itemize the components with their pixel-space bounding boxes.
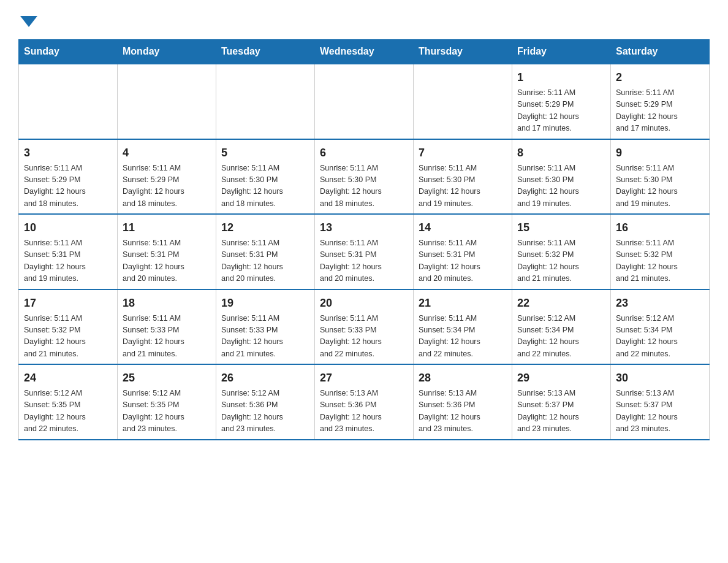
logo [18, 12, 37, 27]
calendar-cell: 10Sunrise: 5:11 AM Sunset: 5:31 PM Dayli… [19, 214, 118, 289]
weekday-header-tuesday: Tuesday [216, 40, 315, 64]
day-info: Sunrise: 5:11 AM Sunset: 5:29 PM Dayligh… [517, 87, 605, 135]
calendar-cell: 14Sunrise: 5:11 AM Sunset: 5:31 PM Dayli… [414, 214, 512, 289]
calendar-cell: 8Sunrise: 5:11 AM Sunset: 5:30 PM Daylig… [512, 139, 611, 215]
calendar-cell: 26Sunrise: 5:12 AM Sunset: 5:36 PM Dayli… [216, 364, 315, 440]
calendar-cell: 21Sunrise: 5:11 AM Sunset: 5:34 PM Dayli… [414, 289, 512, 365]
day-number: 13 [320, 220, 408, 236]
day-number: 10 [24, 220, 112, 236]
calendar-cell: 24Sunrise: 5:12 AM Sunset: 5:35 PM Dayli… [19, 364, 118, 440]
day-info: Sunrise: 5:12 AM Sunset: 5:35 PM Dayligh… [123, 388, 211, 435]
day-info: Sunrise: 5:11 AM Sunset: 5:33 PM Dayligh… [123, 313, 211, 361]
weekday-header-sunday: Sunday [19, 40, 118, 64]
day-number: 20 [320, 295, 408, 312]
day-number: 5 [221, 145, 309, 161]
weekday-header-thursday: Thursday [414, 40, 512, 64]
calendar-cell: 13Sunrise: 5:11 AM Sunset: 5:31 PM Dayli… [315, 214, 414, 289]
day-info: Sunrise: 5:11 AM Sunset: 5:33 PM Dayligh… [320, 313, 408, 361]
day-number: 18 [123, 295, 211, 312]
day-info: Sunrise: 5:11 AM Sunset: 5:30 PM Dayligh… [419, 163, 507, 210]
calendar-week-row: 1Sunrise: 5:11 AM Sunset: 5:29 PM Daylig… [19, 64, 710, 139]
calendar-week-row: 10Sunrise: 5:11 AM Sunset: 5:31 PM Dayli… [19, 214, 710, 289]
day-number: 9 [616, 145, 704, 161]
calendar-cell: 19Sunrise: 5:11 AM Sunset: 5:33 PM Dayli… [216, 289, 315, 365]
day-info: Sunrise: 5:12 AM Sunset: 5:34 PM Dayligh… [616, 313, 704, 361]
day-number: 24 [24, 370, 112, 386]
calendar-cell: 11Sunrise: 5:11 AM Sunset: 5:31 PM Dayli… [118, 214, 216, 289]
day-info: Sunrise: 5:11 AM Sunset: 5:31 PM Dayligh… [24, 237, 112, 285]
day-number: 29 [517, 370, 605, 386]
calendar-cell: 15Sunrise: 5:11 AM Sunset: 5:32 PM Dayli… [512, 214, 611, 289]
day-info: Sunrise: 5:11 AM Sunset: 5:33 PM Dayligh… [221, 313, 309, 361]
day-number: 26 [221, 370, 309, 386]
calendar-cell: 29Sunrise: 5:13 AM Sunset: 5:37 PM Dayli… [512, 364, 611, 440]
day-number: 2 [616, 69, 704, 86]
day-info: Sunrise: 5:11 AM Sunset: 5:30 PM Dayligh… [320, 163, 408, 210]
calendar-cell: 6Sunrise: 5:11 AM Sunset: 5:30 PM Daylig… [315, 139, 414, 215]
day-info: Sunrise: 5:11 AM Sunset: 5:31 PM Dayligh… [123, 237, 211, 285]
calendar-cell: 22Sunrise: 5:12 AM Sunset: 5:34 PM Dayli… [512, 289, 611, 365]
calendar-cell: 7Sunrise: 5:11 AM Sunset: 5:30 PM Daylig… [414, 139, 512, 215]
calendar-cell: 27Sunrise: 5:13 AM Sunset: 5:36 PM Dayli… [315, 364, 414, 440]
day-number: 21 [419, 295, 507, 312]
day-info: Sunrise: 5:12 AM Sunset: 5:35 PM Dayligh… [24, 388, 112, 435]
day-number: 17 [24, 295, 112, 312]
day-info: Sunrise: 5:11 AM Sunset: 5:29 PM Dayligh… [616, 87, 704, 135]
day-number: 6 [320, 145, 408, 161]
calendar-cell [315, 64, 414, 139]
calendar-week-row: 24Sunrise: 5:12 AM Sunset: 5:35 PM Dayli… [19, 364, 710, 440]
day-info: Sunrise: 5:11 AM Sunset: 5:31 PM Dayligh… [221, 237, 309, 285]
day-info: Sunrise: 5:11 AM Sunset: 5:30 PM Dayligh… [517, 163, 605, 210]
day-info: Sunrise: 5:11 AM Sunset: 5:30 PM Dayligh… [221, 163, 309, 210]
day-number: 12 [221, 220, 309, 236]
calendar-cell: 1Sunrise: 5:11 AM Sunset: 5:29 PM Daylig… [512, 64, 611, 139]
day-info: Sunrise: 5:13 AM Sunset: 5:37 PM Dayligh… [517, 388, 605, 435]
weekday-header-friday: Friday [512, 40, 611, 64]
day-number: 15 [517, 220, 605, 236]
calendar-cell: 23Sunrise: 5:12 AM Sunset: 5:34 PM Dayli… [611, 289, 710, 365]
day-info: Sunrise: 5:11 AM Sunset: 5:29 PM Dayligh… [24, 163, 112, 210]
day-number: 28 [419, 370, 507, 386]
day-number: 11 [123, 220, 211, 236]
day-number: 25 [123, 370, 211, 386]
day-number: 3 [24, 145, 112, 161]
calendar-cell: 25Sunrise: 5:12 AM Sunset: 5:35 PM Dayli… [118, 364, 216, 440]
day-number: 23 [616, 295, 704, 312]
calendar-cell: 17Sunrise: 5:11 AM Sunset: 5:32 PM Dayli… [19, 289, 118, 365]
day-info: Sunrise: 5:13 AM Sunset: 5:36 PM Dayligh… [320, 388, 408, 435]
day-number: 30 [616, 370, 704, 386]
weekday-header-wednesday: Wednesday [315, 40, 414, 64]
day-number: 27 [320, 370, 408, 386]
calendar-cell: 9Sunrise: 5:11 AM Sunset: 5:30 PM Daylig… [611, 139, 710, 215]
calendar-cell: 16Sunrise: 5:11 AM Sunset: 5:32 PM Dayli… [611, 214, 710, 289]
calendar-cell: 30Sunrise: 5:13 AM Sunset: 5:37 PM Dayli… [611, 364, 710, 440]
day-info: Sunrise: 5:12 AM Sunset: 5:36 PM Dayligh… [221, 388, 309, 435]
calendar-cell: 28Sunrise: 5:13 AM Sunset: 5:36 PM Dayli… [414, 364, 512, 440]
calendar-cell: 12Sunrise: 5:11 AM Sunset: 5:31 PM Dayli… [216, 214, 315, 289]
weekday-header-row: SundayMondayTuesdayWednesdayThursdayFrid… [19, 40, 710, 64]
day-info: Sunrise: 5:11 AM Sunset: 5:32 PM Dayligh… [517, 237, 605, 285]
day-number: 22 [517, 295, 605, 312]
day-info: Sunrise: 5:12 AM Sunset: 5:34 PM Dayligh… [517, 313, 605, 361]
day-info: Sunrise: 5:11 AM Sunset: 5:31 PM Dayligh… [419, 237, 507, 285]
calendar-cell: 3Sunrise: 5:11 AM Sunset: 5:29 PM Daylig… [19, 139, 118, 215]
page-header [18, 12, 710, 27]
weekday-header-saturday: Saturday [611, 40, 710, 64]
day-number: 14 [419, 220, 507, 236]
calendar-cell [118, 64, 216, 139]
day-number: 8 [517, 145, 605, 161]
calendar-cell: 4Sunrise: 5:11 AM Sunset: 5:29 PM Daylig… [118, 139, 216, 215]
day-info: Sunrise: 5:11 AM Sunset: 5:30 PM Dayligh… [616, 163, 704, 210]
day-info: Sunrise: 5:13 AM Sunset: 5:36 PM Dayligh… [419, 388, 507, 435]
calendar-cell [414, 64, 512, 139]
day-number: 16 [616, 220, 704, 236]
logo-arrow-icon [20, 16, 37, 27]
calendar-cell [216, 64, 315, 139]
day-number: 1 [517, 69, 605, 86]
calendar-cell [19, 64, 118, 139]
calendar-cell: 5Sunrise: 5:11 AM Sunset: 5:30 PM Daylig… [216, 139, 315, 215]
day-info: Sunrise: 5:11 AM Sunset: 5:34 PM Dayligh… [419, 313, 507, 361]
day-number: 19 [221, 295, 309, 312]
day-info: Sunrise: 5:13 AM Sunset: 5:37 PM Dayligh… [616, 388, 704, 435]
day-info: Sunrise: 5:11 AM Sunset: 5:32 PM Dayligh… [616, 237, 704, 285]
